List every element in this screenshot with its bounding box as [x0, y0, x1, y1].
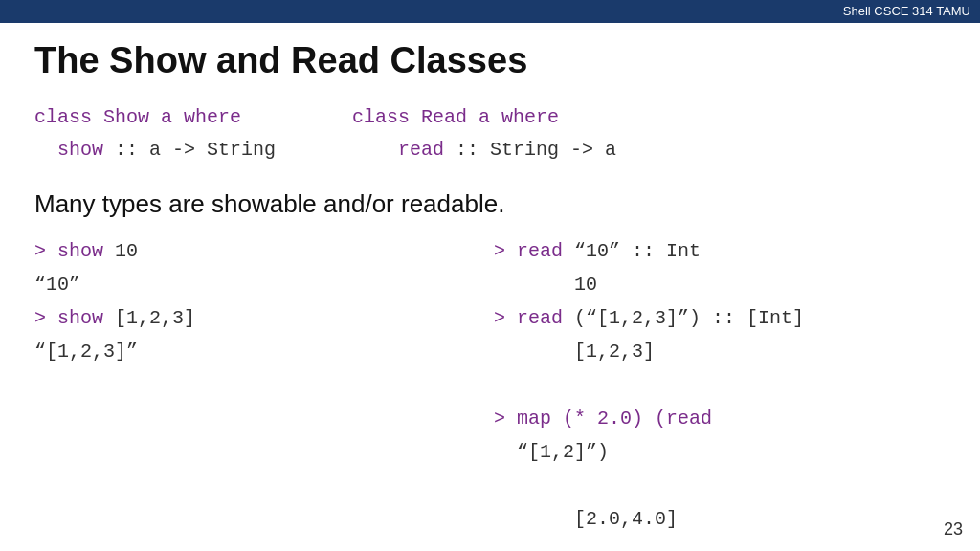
repl-left-output2: “[1,2,3]”	[34, 335, 494, 368]
class-read-line1: class Read a where	[352, 101, 616, 134]
repl-right-blank	[494, 368, 946, 402]
repl-right-output3: [2.0,4.0]	[494, 502, 946, 536]
top-bar-label: Shell CSCE 314 TAMU	[843, 4, 970, 18]
repl-left: > show 10 “10” > show [1,2,3] “[1,2,3]”	[34, 234, 494, 536]
main-content: The Show and Read Classes class Show a w…	[0, 23, 980, 551]
repl-right: > read “10” :: Int 10 > read (“[1,2,3]”)…	[494, 234, 946, 536]
kw-class-show: class Show a where	[34, 106, 241, 128]
repl-right-line2: > read (“[1,2,3]”) :: [Int]	[494, 301, 946, 335]
repl-right-line3b: “[1,2]”)	[494, 435, 946, 469]
read-signature: read :: String -> a	[352, 139, 616, 161]
prose-text: Many types are showable and/or readable.	[34, 187, 946, 221]
page-title: The Show and Read Classes	[34, 40, 946, 82]
repl-section: > show 10 “10” > show [1,2,3] “[1,2,3]” …	[34, 234, 946, 536]
repl-right-output2: [1,2,3]	[494, 335, 946, 368]
class-show-block: class Show a where show :: a -> String	[34, 101, 276, 166]
class-definitions: class Show a where show :: a -> String c…	[34, 101, 946, 166]
top-bar: Shell CSCE 314 TAMU	[0, 0, 980, 23]
repl-right-blank2	[494, 469, 946, 502]
class-show-line1: class Show a where	[34, 101, 276, 134]
class-read-line2: read :: String -> a	[352, 134, 616, 166]
repl-right-line1: > read “10” :: Int	[494, 234, 946, 268]
repl-right-output1: 10	[494, 268, 946, 301]
repl-left-line1: > show 10	[34, 234, 494, 268]
kw-class-read: class Read a where	[352, 106, 559, 128]
class-read-block: class Read a where read :: String -> a	[352, 101, 616, 166]
show-signature: show :: a -> String	[34, 139, 276, 161]
page-number: 23	[944, 519, 963, 540]
repl-left-output1: “10”	[34, 268, 494, 301]
class-show-line2: show :: a -> String	[34, 134, 276, 166]
repl-right-line3: > map (* 2.0) (read	[494, 402, 946, 435]
repl-left-line2: > show [1,2,3]	[34, 301, 494, 335]
